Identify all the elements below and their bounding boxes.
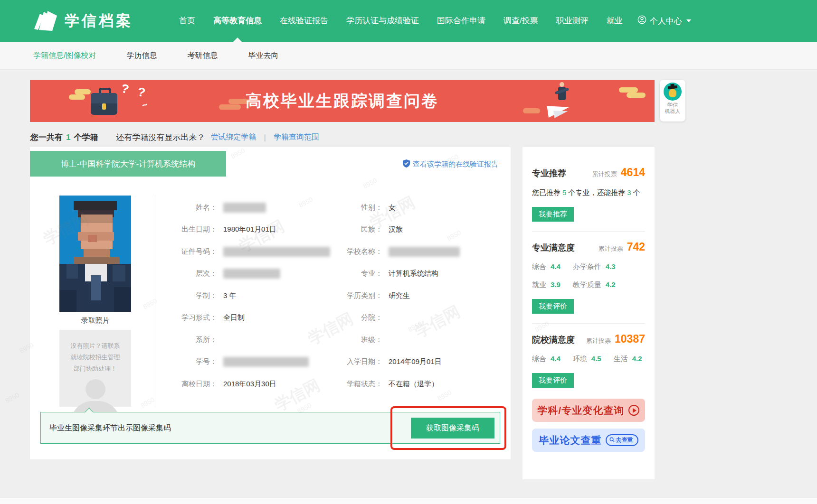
field-label: 入学日期： [329,357,382,366]
field-value: 全日制 [223,313,245,322]
magnifier-icon [609,437,615,444]
image-collection-callout: 毕业生图像采集环节出示图像采集码 获取图像采集码 [40,412,500,444]
recommended-count: 5 [560,188,568,196]
nav-item-employment[interactable]: 就业 [598,0,632,42]
robot-label-line1: 学信 [660,102,685,108]
shield-icon [403,159,410,169]
verify-report-link[interactable]: 查看该学籍的在线验证报告 [403,159,498,169]
enrollment-count: 1 [63,133,74,142]
cloud-decoration [523,108,540,113]
field-value: 3 年 [223,291,237,300]
metric-label: 教学质量 [573,280,601,289]
field-label: 系所： [164,336,217,345]
no-photo-text: 部门协助处理！ [59,363,131,374]
thesis-check-banner[interactable]: 毕业论文查重 去查重 [532,429,645,452]
section-major-recommend-header: 专业推荐 累计投票 4614 [532,166,645,179]
field-value: 汉族 [389,225,403,234]
nav-item-international-cooperation[interactable]: 国际合作申请 [428,0,494,42]
field-label: 离校日期： [164,380,217,389]
evaluate-major-button[interactable]: 我要评价 [532,299,574,314]
enrollment-summary: 您一共有 1 个学籍 还有学籍没有显示出来？ 尝试绑定学籍 | 学籍查询范围 [30,132,319,143]
field-row-birthdate: 出生日期： 1980年01月01日 [164,219,330,241]
go-check-label: 去查重 [616,436,633,444]
cloud-decoration [627,93,646,98]
field-row-school-name: 学校名称： [329,241,500,263]
metric-label: 办学条件 [573,262,601,271]
field-label: 专业： [329,269,382,278]
nav-item-career-assessment[interactable]: 职业测评 [547,0,598,42]
field-label: 分院： [329,313,382,322]
recommend-status-line: 您已推荐5个专业，还能推荐3个 [532,188,645,197]
get-image-collection-code-button[interactable]: 获取图像采集码 [411,418,494,439]
votes-label: 累计投票 [586,336,611,345]
divider [532,231,645,232]
sidebar: 专业推荐 累计投票 4614 您已推荐5个专业，还能推荐3个 我要推荐 专业满意… [522,147,655,479]
nav-item-higher-education[interactable]: 高等教育信息 [204,0,271,42]
enrollment-tab[interactable]: 博士-中国科学院大学-计算机系统结构 [30,151,226,177]
thesis-check-label: 毕业论文查重 [539,434,602,447]
field-row-degree-category: 学历类别： 研究生 [329,285,500,307]
field-value: 1980年01月01日 [223,225,276,234]
person-silhouette-icon [86,379,105,399]
redacted-value [389,247,460,257]
redacted-value [223,247,330,257]
field-row-branch: 分院： [329,307,500,329]
section-title: 院校满意度 [532,334,575,345]
subnav-item-postgrad-exam-info[interactable]: 考研信息 [187,51,218,61]
field-row-ethnicity: 民族： 汉族 [329,219,500,241]
major-change-query-banner[interactable]: 学科/专业变化查询 [532,399,645,422]
field-row-id-number: 证件号码： [164,241,330,263]
remaining-count: 3 [625,188,633,196]
summary-suffix: 个学籍 [74,132,98,143]
subnav-item-enrollment-info[interactable]: 学籍信息/图像校对 [33,51,96,61]
metric-value: 4.5 [591,355,601,364]
main-nav: 首页 高等教育信息 在线验证报告 学历认证与成绩验证 国际合作申请 调查/投票 … [170,0,632,42]
field-row-class: 班级： [329,329,500,351]
nav-item-credential-authentication[interactable]: 学历认证与成绩验证 [337,0,428,42]
nav-item-online-verification[interactable]: 在线验证报告 [271,0,337,42]
nav-item-home[interactable]: 首页 [170,0,204,42]
metric-label: 环境 [573,355,587,364]
bind-enrollment-link[interactable]: 尝试绑定学籍 [210,132,256,142]
admission-photo [59,196,131,312]
section-title: 专业推荐 [532,168,566,179]
page: 学信档案 首页 高等教育信息 在线验证报告 学历认证与成绩验证 国际合作申请 调… [0,0,817,504]
field-label: 学号： [164,357,217,366]
brand[interactable]: 学信档案 [33,9,133,33]
metric-value: 4.2 [606,280,616,289]
no-photo-text: 就读院校招生管理 [59,352,131,363]
field-row-enrollment-status: 学籍状态： 不在籍（退学） [329,373,500,395]
enrollment-query-scope-link[interactable]: 学籍查询范围 [274,132,319,142]
metric-label: 综合 [532,262,546,271]
cloud-decoration [619,87,638,93]
metric-label: 就业 [532,280,546,289]
user-center-menu[interactable]: 个人中心 [637,15,691,27]
field-value: 计算机系统结构 [389,269,438,278]
summary-question: 还有学籍没有显示出来？ [116,132,205,143]
field-label: 姓名： [164,203,217,212]
subnav-item-graduation-destination[interactable]: 毕业去向 [248,51,278,61]
metric-value: 4.4 [551,262,560,271]
metric-row: 就业3.9 教学质量4.2 [532,280,645,289]
field-row-leave-date: 离校日期： 2018年03月30日 [164,373,330,395]
no-photo-text: 没有照片？请联系 [59,340,131,352]
chsi-robot-widget[interactable]: 学信 机器人 [660,80,685,121]
redacted-value [223,269,280,279]
field-row-department: 系所： [164,329,330,351]
evaluate-school-button[interactable]: 我要评价 [532,373,574,388]
sub-nav: 学籍信息/图像校对 学历信息 考研信息 毕业去向 [0,42,817,70]
survey-banner[interactable]: ? ? ~ 高校毕业生跟踪调查问卷 [30,80,655,122]
metric-row: 综合4.4 办学条件4.3 [532,262,645,271]
field-row-enroll-date: 入学日期： 2014年09月01日 [329,351,500,373]
recommend-button[interactable]: 我要推荐 [532,207,574,222]
admission-photo-label: 录取照片 [59,316,131,325]
nav-item-survey-vote[interactable]: 调查/投票 [494,0,547,42]
robot-label-line2: 机器人 [660,108,685,114]
go-check-pill[interactable]: 去查重 [606,434,638,446]
verify-report-label: 查看该学籍的在线验证报告 [413,160,498,169]
major-change-query-label: 学科/专业变化查询 [538,404,625,417]
field-value: 2014年09月01日 [389,357,442,366]
votes-label: 累计投票 [592,170,617,178]
subnav-item-degree-info[interactable]: 学历信息 [126,51,157,61]
watermark: 8950 [4,391,20,405]
